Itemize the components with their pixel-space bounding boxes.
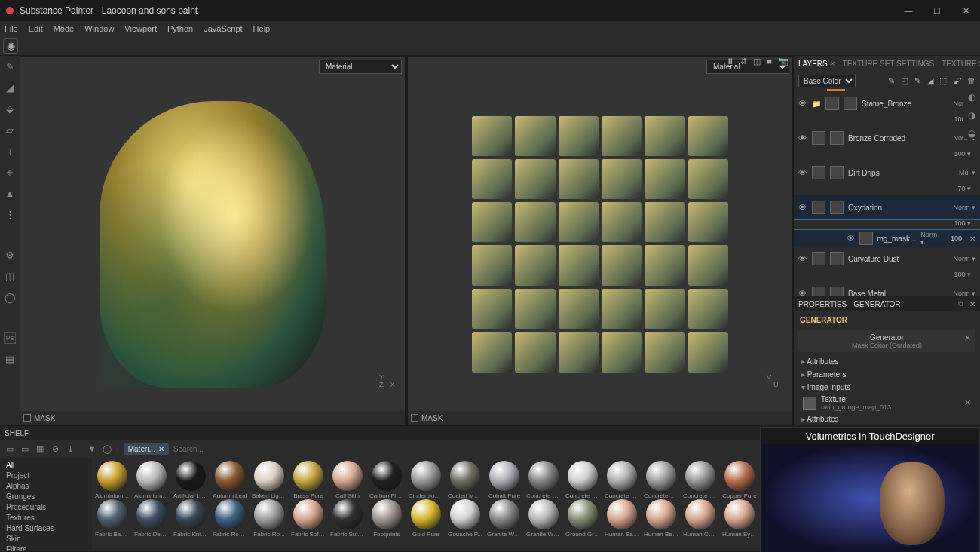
shelf-category[interactable]: Procedurals	[6, 503, 86, 511]
visibility-icon[interactable]: 👁	[798, 133, 807, 143]
shelf-hide-icon[interactable]: ⊘	[50, 444, 60, 454]
menu-viewport[interactable]: Viewport	[124, 24, 157, 33]
layer-icon-6[interactable]: 🖌	[953, 76, 961, 85]
layer-blend[interactable]: Norm ▾	[920, 231, 942, 246]
shelf-category[interactable]: Hard Surfaces	[6, 524, 86, 532]
attr-image-inputs[interactable]: Image inputs	[794, 381, 980, 394]
shelf-sort-icon[interactable]: ◯	[102, 444, 112, 454]
ps-icon[interactable]: Ps	[4, 332, 16, 344]
material-item[interactable]: Copper Pure	[722, 461, 757, 499]
cube-icon[interactable]: ◫	[4, 270, 16, 282]
menu-mode[interactable]: Mode	[54, 24, 75, 33]
material-item[interactable]: Coated Metal	[448, 461, 482, 499]
menu-python[interactable]: Python	[167, 24, 193, 33]
material-item[interactable]: Concrete S...	[683, 461, 718, 499]
shelf-folder-icon[interactable]: ▭	[5, 444, 15, 454]
material-picker-icon[interactable]: ▲	[4, 187, 16, 199]
material-item[interactable]: Calf Skin	[330, 461, 365, 499]
layer-opacity[interactable]: 100	[946, 235, 962, 242]
polyfill-tool-icon[interactable]: ▱	[4, 124, 16, 136]
shelf-category[interactable]: All	[6, 461, 86, 469]
material-item[interactable]: Aluminium ...	[134, 461, 169, 499]
tab-texture-set-settings[interactable]: TEXTURE SET SETTINGS	[843, 60, 935, 68]
generator-slot[interactable]: Generator Mask Editor (Outdated) ✕	[798, 330, 975, 352]
material-item[interactable]: Baked Light...	[252, 461, 286, 499]
screenshot-icon[interactable]: 📷	[778, 57, 789, 66]
layer-icon-2[interactable]: ◰	[901, 76, 908, 86]
material-item[interactable]: Human Bac...	[605, 499, 639, 538]
viewport-2d[interactable]: Material V—U MASK	[407, 56, 793, 425]
visibility-icon[interactable]: 👁	[798, 254, 807, 263]
material-item[interactable]: Ground Gra...	[565, 499, 600, 538]
shelf-category[interactable]: Filters	[6, 545, 86, 551]
material-item[interactable]: Carbon Fiber	[369, 461, 404, 499]
layer-icon-1[interactable]: ✎	[888, 76, 895, 86]
attr-attributes-2[interactable]: Attributes	[794, 412, 980, 425]
layer-row[interactable]: 👁 Bronze Corroded Norm ▾	[794, 126, 980, 150]
menu-edit[interactable]: Edit	[29, 24, 43, 33]
layer-blend[interactable]: Norm ▾	[954, 255, 976, 262]
material-item[interactable]: Human Bell...	[644, 499, 678, 538]
maximize-button[interactable]: ☐	[923, 0, 951, 21]
shelf-view-icon[interactable]: ▦	[35, 444, 45, 454]
brush-tool-icon[interactable]: ✎	[4, 60, 16, 72]
mask-checkbox-2d[interactable]	[411, 414, 418, 422]
material-item[interactable]: Fabric Knitt...	[173, 499, 208, 538]
visibility-icon[interactable]: 👁	[798, 289, 807, 296]
material-item[interactable]: Concrete D...	[605, 461, 639, 499]
pause-icon[interactable]: ⏸	[726, 57, 734, 66]
material-item[interactable]: Concrete Cl...	[565, 461, 600, 499]
layer-opacity[interactable]: 70 ▾	[957, 185, 971, 195]
material-item[interactable]: Fabric Deni...	[134, 499, 169, 538]
layer-blend[interactable]: Mul ▾	[959, 169, 975, 176]
visibility-icon[interactable]: 👁	[798, 203, 807, 212]
shelf-category[interactable]: Project	[6, 471, 86, 480]
material-item[interactable]: Brass Pure	[291, 461, 326, 499]
cube-view-icon[interactable]: ◫	[753, 57, 761, 66]
material-item[interactable]: Human Che...	[683, 499, 718, 538]
material-item[interactable]: Autumn Leaf	[213, 461, 247, 499]
remove-effect-icon[interactable]: ✕	[969, 235, 975, 243]
shelf-category[interactable]: Skin	[6, 535, 86, 543]
texture-clear-icon[interactable]: ✕	[964, 398, 971, 408]
layer-icon-5[interactable]: ⬚	[939, 76, 947, 86]
material-item[interactable]: Fabric Base...	[95, 499, 130, 538]
layer-row[interactable]: 👁 📁 Statue_Bronze Norm ▾	[794, 91, 980, 115]
shelf-category[interactable]: Alphas	[6, 482, 86, 490]
attr-parameters[interactable]: Parameters	[794, 368, 980, 381]
material-item[interactable]: Granite Whi...	[526, 499, 561, 538]
material-item[interactable]: Concrete S...	[644, 461, 678, 499]
chip-display-icon[interactable]: ◒	[968, 128, 975, 139]
popout-icon[interactable]: ⧉	[958, 299, 963, 308]
trash-icon[interactable]: 🗑	[967, 76, 975, 85]
material-item[interactable]: Concrete B...	[526, 461, 561, 499]
layer-icon-4[interactable]: ◢	[927, 76, 933, 86]
layer-opacity[interactable]: 100 ▾	[954, 219, 971, 230]
shelf-category[interactable]: Grunges	[6, 492, 86, 501]
menu-file[interactable]: File	[5, 24, 18, 33]
globe-icon[interactable]: ◯	[4, 291, 16, 303]
close-props-icon[interactable]: ✕	[969, 300, 975, 308]
material-item[interactable]: Fabric Ro...	[252, 499, 286, 538]
layer-opacity[interactable]: 100 ▾	[954, 271, 971, 281]
layer-row[interactable]: 👁 Base Metal Norm ▾	[794, 281, 980, 296]
shelf-category[interactable]: Textures	[6, 514, 86, 522]
visibility-icon[interactable]: 👁	[798, 99, 807, 108]
layer-row[interactable]: 👁 Dirt Drips Mul ▾	[794, 161, 980, 185]
material-item[interactable]: Cinderblock...	[409, 461, 443, 499]
layer-blend[interactable]: Norm ▾	[954, 290, 976, 296]
material-item[interactable]: Fabric Soft ...	[291, 499, 326, 538]
material-item[interactable]: Gouache P...	[448, 499, 482, 538]
smudge-tool-icon[interactable]: ≀	[4, 145, 16, 157]
settings-icon[interactable]: ⚙	[4, 249, 16, 261]
layer-icon-3[interactable]: ✎	[914, 76, 921, 86]
tab-layers[interactable]: LAYERS	[798, 60, 835, 68]
viewport-3d[interactable]: Material YZ—X MASK	[20, 56, 406, 425]
close-button[interactable]: ✕	[951, 0, 980, 21]
camera-orbit-icon[interactable]: ■	[767, 57, 772, 66]
texture-input-row[interactable]: Texture ratio_grunge_map_013 ✕	[794, 394, 980, 412]
material-item[interactable]: Artificial Lea...	[173, 461, 208, 499]
material-item[interactable]: Gold Pure	[409, 499, 443, 538]
shelf-import-icon[interactable]: ⤓	[65, 444, 75, 454]
material-mode-select-3d[interactable]: Material	[319, 60, 402, 74]
